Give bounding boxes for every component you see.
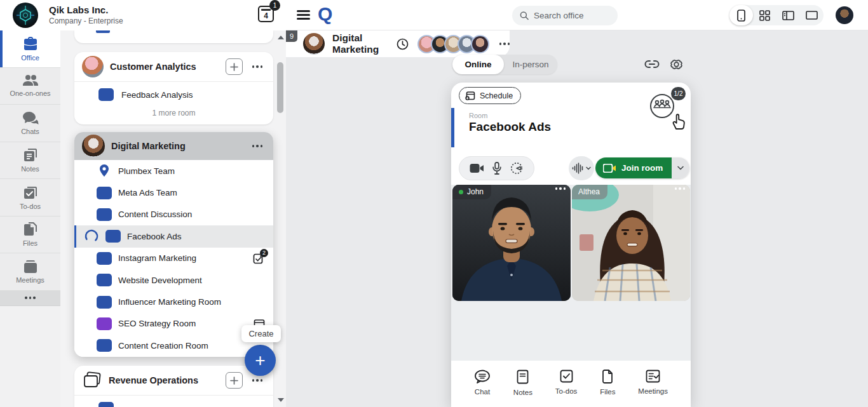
tab-in-person[interactable]: In-person <box>504 55 557 74</box>
rail-overflow-button[interactable] <box>0 291 60 306</box>
team-avatar[interactable] <box>82 56 104 77</box>
section-menu-button[interactable] <box>249 138 266 154</box>
view-grid-button[interactable] <box>753 5 776 25</box>
create-fab-button[interactable]: + <box>245 345 276 376</box>
tool-chat[interactable]: Chat <box>474 370 491 407</box>
rail-label: Meetings <box>16 276 44 284</box>
full-layout-icon <box>806 11 818 20</box>
member-avatar <box>471 35 489 53</box>
room-name: SEO Strategy Room <box>118 319 196 328</box>
tile-menu-button[interactable] <box>675 187 686 190</box>
room-item-website-development[interactable]: Website Development <box>74 269 273 291</box>
company-logo[interactable] <box>13 3 38 28</box>
rail-item-chats[interactable]: Chats <box>0 105 60 142</box>
panel-scrollbar[interactable] <box>276 30 285 407</box>
tool-todos[interactable]: To-dos <box>555 370 578 407</box>
menu-button[interactable] <box>297 10 310 20</box>
teams-panel: Customer Analytics Feedback Analysis 1 m… <box>60 30 286 407</box>
schedule-button[interactable]: Schedule <box>459 87 521 104</box>
rail-item-files[interactable]: Files <box>0 217 60 254</box>
section-menu-button[interactable] <box>249 58 266 75</box>
team-stack-icon[interactable] <box>82 371 102 390</box>
view-split-button[interactable] <box>776 5 800 25</box>
room-name: Content Discussion <box>118 210 192 219</box>
rail-label: Office <box>21 54 39 62</box>
room-item-partial[interactable] <box>74 396 273 407</box>
participant-name-tag: Althea <box>572 185 607 199</box>
audio-wave-button[interactable] <box>569 156 594 180</box>
view-mobile-button[interactable] <box>729 5 753 25</box>
app-logo[interactable]: Q <box>318 3 332 25</box>
unread-corner-badge: 9 <box>286 30 297 42</box>
tool-meetings[interactable]: Meetings <box>638 370 668 407</box>
section-title[interactable]: Customer Analytics <box>110 62 219 72</box>
search-box[interactable] <box>512 6 618 25</box>
room-item-instagram-marketing[interactable]: Instagram Marketing 2 <box>74 248 273 269</box>
member-avatars[interactable] <box>417 35 489 53</box>
plus-icon <box>230 63 238 71</box>
section-customer-analytics: Customer Analytics Feedback Analysis 1 m… <box>74 52 273 124</box>
join-options-button[interactable] <box>672 157 689 178</box>
ellipsis-icon <box>252 145 263 147</box>
av-settings-dial[interactable] <box>510 161 524 175</box>
participant-tile-althea[interactable]: Althea <box>572 185 690 301</box>
room-item-content-discussion[interactable]: Content Discussion <box>74 204 273 225</box>
settings-gear-icon[interactable] <box>670 58 683 71</box>
tile-menu-button[interactable] <box>555 187 566 190</box>
view-full-button[interactable] <box>800 5 824 25</box>
room-name-title: Facebook Ads <box>469 120 551 134</box>
rail-label: Files <box>23 239 37 247</box>
rail-item-one-on-ones[interactable]: One-on-ones <box>0 68 60 105</box>
chats-icon <box>22 111 39 125</box>
scrollbar-thumb[interactable] <box>277 62 283 113</box>
room-item-facebook-ads[interactable]: Facebook Ads <box>74 225 273 247</box>
team-title[interactable]: Digital Marketing <box>332 32 388 55</box>
rail-item-todos[interactable]: To-dos <box>0 179 60 217</box>
room-type-label: Room <box>469 112 487 119</box>
join-room-button[interactable]: Join room <box>595 157 672 178</box>
room-item-feedback-analysis[interactable]: Feedback Analysis <box>74 82 273 107</box>
room-square-icon <box>97 339 112 352</box>
files-icon <box>24 222 37 237</box>
rail-item-notes[interactable]: Notes <box>0 142 60 180</box>
section-title[interactable]: Revenue Operations <box>109 375 219 385</box>
user-avatar[interactable] <box>836 6 853 24</box>
more-rooms-link[interactable]: 1 more room <box>74 107 273 117</box>
rail-item-meetings[interactable]: Meetings <box>0 253 60 291</box>
room-item-influencer-marketing-room[interactable]: Influencer Marketing Room <box>74 291 273 312</box>
tool-notes[interactable]: Notes <box>513 370 532 407</box>
rail-label: Chats <box>21 128 39 135</box>
team-menu-button[interactable] <box>499 43 510 45</box>
mobile-icon <box>737 10 745 22</box>
team-avatar[interactable] <box>303 33 325 55</box>
main-topbar: Q <box>286 0 868 30</box>
scroll-up-arrow[interactable] <box>278 36 284 39</box>
room-item-meta-ads-team[interactable]: Meta Ads Team <box>74 182 273 203</box>
add-room-button[interactable] <box>226 372 243 389</box>
meetings-icon <box>646 370 660 383</box>
room-square-icon <box>98 402 114 407</box>
add-room-button[interactable] <box>226 58 243 75</box>
todos-icon <box>560 370 573 383</box>
mic-toggle[interactable] <box>492 162 501 175</box>
room-square-icon <box>97 274 112 286</box>
schedule-label: Schedule <box>480 91 513 100</box>
tool-files[interactable]: Files <box>600 370 615 407</box>
team-avatar[interactable] <box>82 135 105 157</box>
copy-link-icon[interactable] <box>644 58 660 70</box>
online-dot <box>459 190 463 194</box>
notes-icon <box>517 370 529 384</box>
scroll-down-arrow[interactable] <box>278 398 284 402</box>
room-square-icon <box>98 88 114 101</box>
search-input[interactable] <box>534 11 610 20</box>
tab-online[interactable]: Online <box>452 55 504 74</box>
participant-tile-john[interactable]: John <box>452 185 571 301</box>
ellipsis-icon <box>25 297 36 299</box>
hand-cursor-icon <box>670 111 686 130</box>
history-clock-icon[interactable] <box>397 38 409 50</box>
camera-toggle[interactable] <box>470 163 484 173</box>
tool-label: Chat <box>475 388 490 396</box>
room-item-plumbex-team[interactable]: Plumbex Team <box>74 160 273 182</box>
section-header[interactable]: Digital Marketing <box>74 132 273 160</box>
rail-item-office[interactable]: Office <box>0 30 60 68</box>
